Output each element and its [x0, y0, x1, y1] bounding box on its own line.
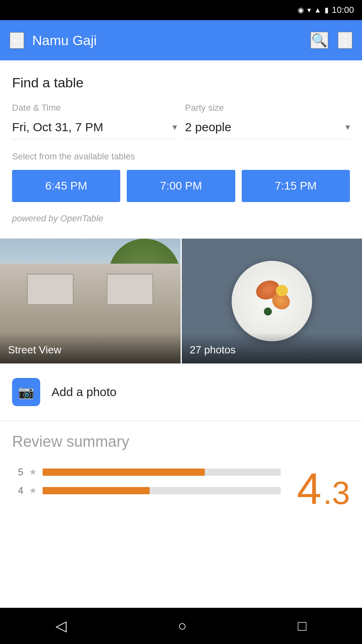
food-item-3 — [276, 285, 288, 296]
dropdowns-row: Date & Time Fri, Oct 31, 7 PM ▾ Party si… — [12, 103, 350, 139]
find-table-title: Find a table — [12, 75, 350, 91]
star-icon-5: ★ — [29, 467, 37, 477]
rating-integer: 4 — [297, 466, 321, 511]
food-item-4 — [264, 308, 272, 316]
party-size-value: 2 people — [185, 120, 231, 134]
rating-display: 5 ★ 4 ★ 4 .3 — [12, 466, 350, 511]
review-section: Review summary 5 ★ 4 ★ — [0, 421, 362, 511]
page-title: Namu Gaji — [32, 33, 302, 48]
camera-icon: 📷 — [18, 384, 34, 400]
date-time-select[interactable]: Fri, Oct 31, 7 PM ▾ — [12, 116, 177, 139]
rating-bar-fill-5 — [43, 469, 205, 476]
rating-bar-container-5 — [43, 469, 281, 476]
find-table-section: Find a table Date & Time Fri, Oct 31, 7 … — [0, 60, 362, 238]
rating-row-4: 4 ★ — [12, 485, 281, 496]
signal-icon: ▲ — [314, 6, 321, 14]
back-button[interactable]: ← — [10, 32, 24, 49]
nav-home-icon: ○ — [178, 617, 187, 634]
available-tables-label: Select from the available tables — [12, 151, 350, 162]
party-size-arrow-icon: ▾ — [346, 122, 350, 132]
rating-num-4: 4 — [12, 485, 23, 496]
photos-row: Street View 27 photos — [0, 239, 362, 363]
search-button[interactable]: 🔍 — [311, 32, 328, 49]
battery-icon: ▮ — [325, 6, 329, 14]
nav-back-icon: ◁ — [56, 617, 67, 634]
status-time: 10:00 — [332, 5, 354, 15]
add-photo-row[interactable]: 📷 Add a photo — [0, 363, 362, 421]
wifi-icon: ▾ — [307, 6, 311, 14]
photos-count-label: 27 photos — [182, 332, 362, 363]
camera-icon-bg: 📷 — [12, 378, 40, 406]
nav-recent-icon: □ — [298, 617, 306, 634]
nav-recent-button[interactable]: □ — [298, 617, 306, 634]
status-icons: ◉ ▾ ▲ ▮ 10:00 — [298, 5, 354, 15]
time-slot-645[interactable]: 6:45 PM — [12, 170, 120, 202]
status-bar: ◉ ▾ ▲ ▮ 10:00 — [0, 0, 362, 20]
rating-num-5: 5 — [12, 466, 23, 478]
time-slots-row: 6:45 PM 7:00 PM 7:15 PM — [12, 170, 350, 202]
party-size-group: Party size 2 people ▾ — [185, 103, 350, 139]
food-photo[interactable]: 27 photos — [181, 239, 362, 363]
rating-decimal: .3 — [323, 477, 350, 509]
time-slot-715[interactable]: 7:15 PM — [242, 170, 350, 202]
app-bar-actions: 🔍 ⋮ — [311, 32, 352, 49]
food-plate — [232, 261, 312, 341]
rating-bars: 5 ★ 4 ★ — [12, 466, 281, 504]
bottom-padding — [0, 511, 362, 551]
date-time-group: Date & Time Fri, Oct 31, 7 PM ▾ — [12, 103, 177, 139]
party-size-label: Party size — [185, 103, 350, 113]
more-options-button[interactable]: ⋮ — [338, 32, 352, 49]
street-view-label: Street View — [0, 332, 181, 363]
nav-bar: ◁ ○ □ — [0, 608, 362, 644]
app-bar: ← Namu Gaji 🔍 ⋮ — [0, 20, 362, 60]
opentable-credit: powered by OpenTable — [12, 213, 350, 238]
date-time-label: Date & Time — [12, 103, 177, 113]
party-size-select[interactable]: 2 people ▾ — [185, 116, 350, 139]
nav-back-button[interactable]: ◁ — [56, 617, 67, 634]
date-time-value: Fri, Oct 31, 7 PM — [12, 120, 103, 134]
add-photo-label: Add a photo — [51, 385, 117, 399]
review-summary-title: Review summary — [12, 433, 350, 450]
big-rating-display: 4 .3 — [289, 466, 350, 511]
main-content: Find a table Date & Time Fri, Oct 31, 7 … — [0, 60, 362, 551]
time-slot-700[interactable]: 7:00 PM — [127, 170, 235, 202]
date-time-arrow-icon: ▾ — [173, 122, 177, 132]
street-view-photo[interactable]: Street View — [0, 239, 181, 363]
nav-home-button[interactable]: ○ — [178, 617, 187, 634]
rating-bar-fill-4 — [43, 487, 150, 494]
location-icon: ◉ — [298, 6, 304, 14]
rating-row-5: 5 ★ — [12, 466, 281, 478]
star-icon-4: ★ — [29, 485, 37, 496]
rating-bar-container-4 — [43, 487, 281, 494]
